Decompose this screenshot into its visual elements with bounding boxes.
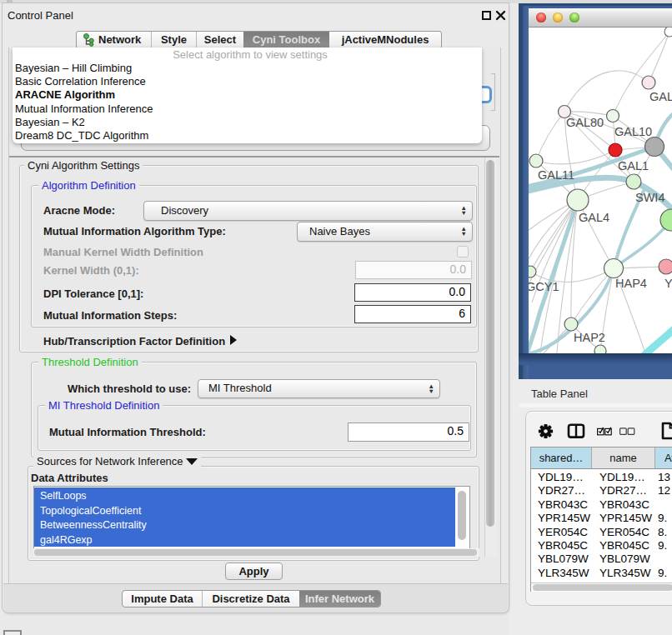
- svg-text:GAL11: GAL11: [538, 168, 574, 182]
- svg-text:Y: Y: [664, 277, 672, 290]
- svg-text:HAP2: HAP2: [574, 331, 605, 344]
- svg-text:GAL4: GAL4: [579, 211, 609, 224]
- svg-text:GAL10: GAL10: [614, 125, 652, 138]
- svg-text:GAL80: GAL80: [566, 116, 604, 129]
- svg-text:GAL7: GAL7: [649, 90, 672, 103]
- svg-text:SWI4: SWI4: [635, 191, 664, 204]
- svg-text:GCY1: GCY1: [529, 280, 559, 293]
- svg-text:HAP4: HAP4: [615, 277, 647, 290]
- svg-text:GAL1: GAL1: [618, 159, 649, 172]
